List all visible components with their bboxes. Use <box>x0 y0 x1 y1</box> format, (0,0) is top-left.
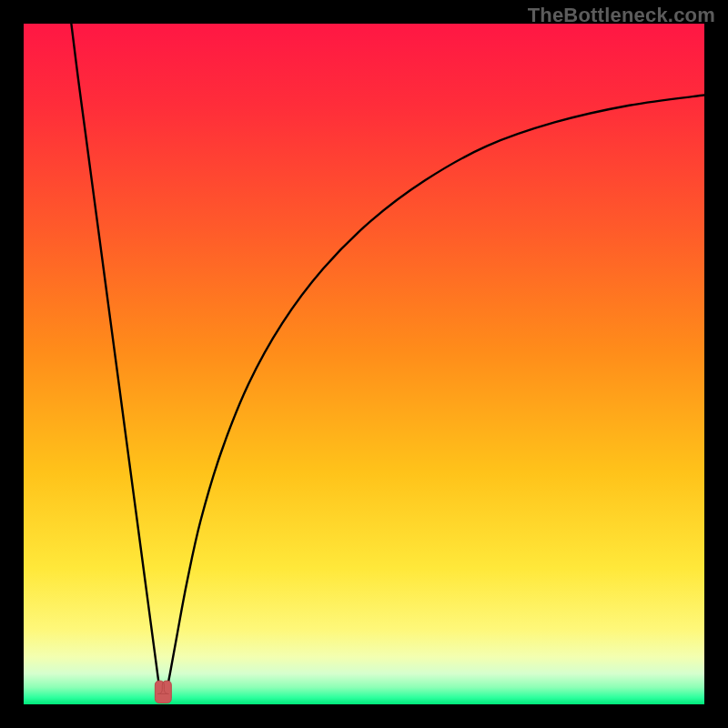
bottleneck-chart <box>24 24 704 704</box>
watermark-text: TheBottleneck.com <box>528 4 715 27</box>
minimum-marker <box>155 681 171 703</box>
chart-container: TheBottleneck.com <box>0 0 728 728</box>
gradient-background <box>24 24 704 704</box>
